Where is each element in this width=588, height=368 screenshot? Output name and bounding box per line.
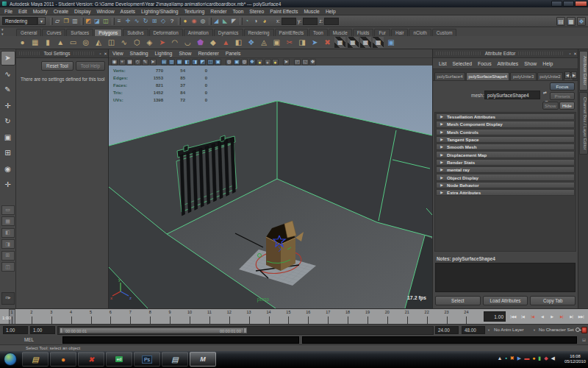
menu-set-dropdown[interactable]: Rendering ▼ (2, 17, 46, 25)
attribute-editor-menu-item[interactable]: Attributes (498, 61, 519, 66)
shelf-item-icon[interactable]: ❖ (245, 37, 257, 48)
playback-button[interactable]: ◀ (538, 311, 547, 322)
toolbox-tool[interactable]: ▣ (1, 130, 15, 144)
range-start-field[interactable]: 1.00 (30, 326, 55, 334)
mel-label[interactable]: MEL (24, 337, 34, 342)
shelf-tab[interactable]: nCloth (409, 29, 431, 37)
shelf-item-icon[interactable]: ⬟ (195, 37, 206, 48)
frame-tick[interactable]: 24 (456, 309, 476, 314)
menu-item[interactable]: Stereo (249, 9, 264, 14)
viewport-toolbar-icon[interactable]: ▤ (161, 59, 168, 66)
attribute-section-header[interactable]: ▶ Node Behavior (436, 182, 575, 188)
panel-close-icon[interactable]: ✕ (103, 52, 108, 56)
y-input[interactable] (303, 18, 318, 25)
shelf-item-icon[interactable]: ◡ (182, 37, 193, 48)
range-bar[interactable]: 00:00:00:01 00:00:01:00 (60, 328, 247, 333)
frame-tick[interactable]: 5 (81, 309, 101, 314)
status-icon[interactable]: ⊞ (150, 17, 159, 26)
menu-item[interactable]: Help (326, 9, 336, 14)
playback-end-field[interactable]: 48.00 (462, 326, 485, 334)
notes-field[interactable] (435, 263, 576, 292)
frame-tick[interactable]: 3 (41, 309, 61, 314)
status-icon[interactable]: ◔ (243, 17, 251, 26)
statusline-toggle-icon[interactable]: ❖ (577, 17, 586, 26)
set-key-icon[interactable] (576, 328, 580, 332)
menu-item[interactable]: Texturing (184, 9, 205, 14)
status-icon[interactable]: ◇ (159, 17, 168, 26)
toolbox-tool[interactable]: ∿ (1, 66, 15, 81)
menu-item[interactable]: Toon (233, 9, 244, 14)
playback-button[interactable]: |◀ (528, 311, 537, 322)
viewport-toolbar-icon[interactable] (280, 59, 282, 66)
mel-input-field[interactable] (62, 336, 299, 344)
attribute-editor-menu-item[interactable]: List (439, 61, 447, 66)
frame-tick[interactable]: 20 (377, 309, 397, 314)
presets-button[interactable]: Presets (550, 92, 575, 100)
tool-settings-titlebar[interactable]: Tool Settings ▫ ✕ (16, 49, 108, 58)
shelf-item-icon[interactable]: ◈ (144, 37, 155, 48)
shelf-item-icon[interactable]: ◠ (170, 37, 181, 48)
attribute-section-header[interactable]: ▶ mental ray (436, 166, 575, 173)
attribute-editor-tab[interactable]: polyUnite3 (510, 72, 536, 80)
attribute-section-header[interactable]: ▶ Extra Attributes (436, 189, 575, 196)
viewport-toolbar-icon[interactable]: ◇ (135, 59, 141, 66)
status-icon[interactable] (207, 17, 212, 26)
shelf-tab[interactable]: Toon (309, 29, 328, 37)
toolbox-tool[interactable]: ✛ (1, 177, 15, 192)
attribute-editor-tab[interactable]: polySurface4 (434, 72, 465, 80)
taskbar-app-button[interactable]: ● (50, 352, 76, 367)
viewport-menu-item[interactable]: Renderer (198, 51, 218, 56)
sketch-tool[interactable]: ✑ (1, 292, 15, 305)
shelf-tab[interactable]: Custom (432, 29, 457, 37)
status-icon[interactable]: ◪ (93, 17, 101, 26)
shelf-tab[interactable]: Curves (42, 29, 65, 37)
playback-button[interactable]: ▶▶| (576, 311, 585, 322)
shelf-tab[interactable]: PaintEffects (275, 29, 309, 37)
status-icon[interactable]: ∿ (132, 17, 141, 26)
status-icon[interactable]: ● (181, 17, 190, 26)
status-icon[interactable]: ◍ (198, 17, 207, 26)
playback-button[interactable]: ▶| (567, 311, 576, 322)
tray-icon[interactable]: ● (532, 354, 535, 363)
range-handle-left[interactable] (60, 328, 63, 333)
frame-tick[interactable]: 16 (298, 309, 318, 314)
status-icon[interactable] (176, 17, 181, 26)
tray-expand-icon[interactable]: ▲ (497, 354, 502, 363)
frame-tick[interactable]: 21 (397, 309, 417, 314)
viewport-toolbar-icon[interactable]: ◫ (207, 59, 214, 66)
footer-button[interactable]: Load Attributes (483, 296, 528, 305)
layout-preset-button[interactable]: ◫ (1, 262, 15, 272)
shelf-item-icon[interactable]: ● (17, 37, 28, 48)
viewport-menu-item[interactable]: Show (179, 51, 191, 56)
maximize-button[interactable] (563, 1, 574, 7)
toolbox-tool[interactable]: ➤ (1, 51, 15, 66)
shelf-item-icon[interactable]: ▦ (334, 37, 345, 48)
shelf-item-icon[interactable]: ▦ (29, 37, 40, 48)
status-icon[interactable]: ◕ (260, 17, 269, 26)
toolbox-tool[interactable]: ✎ (1, 82, 15, 97)
playback-start-field[interactable]: 1.00 (3, 326, 28, 334)
show-button[interactable]: Show (542, 102, 559, 110)
shelf-tab[interactable]: Surfaces (66, 29, 93, 37)
tool-help-button[interactable]: Tool Help (76, 61, 105, 71)
viewport-toolbar-icon[interactable]: ◱ (302, 59, 309, 66)
attribute-editor-menu-item[interactable]: Focus (478, 61, 492, 66)
shelf-item-icon[interactable]: ➤ (309, 37, 320, 48)
frame-tick[interactable]: 6 (101, 309, 121, 314)
frame-tick[interactable]: 22 (417, 309, 437, 314)
attribute-editor-tab[interactable]: polyUnite2 (537, 72, 563, 80)
start-button[interactable] (4, 353, 17, 366)
mesh-name-field[interactable]: polySurfaceShape4 (484, 91, 540, 99)
frame-tick[interactable]: 12 (219, 309, 239, 314)
panel-expand-icon[interactable]: ▫ (567, 52, 573, 56)
menu-item[interactable]: Window (96, 9, 114, 14)
taskbar-app-button[interactable]: ▤ (162, 352, 188, 367)
range-handle-right[interactable] (243, 328, 247, 333)
close-button[interactable] (575, 1, 587, 7)
footer-button[interactable]: Copy Tab (530, 296, 576, 305)
viewport-toolbar-icon[interactable] (291, 59, 293, 66)
shelf-item-icon[interactable]: ◫ (106, 37, 117, 48)
attribute-section-header[interactable]: ▶ Displacement Map (436, 151, 575, 158)
layout-preset-button[interactable]: ◨ (1, 239, 15, 249)
tray-icon[interactable]: ✖ (510, 354, 514, 363)
